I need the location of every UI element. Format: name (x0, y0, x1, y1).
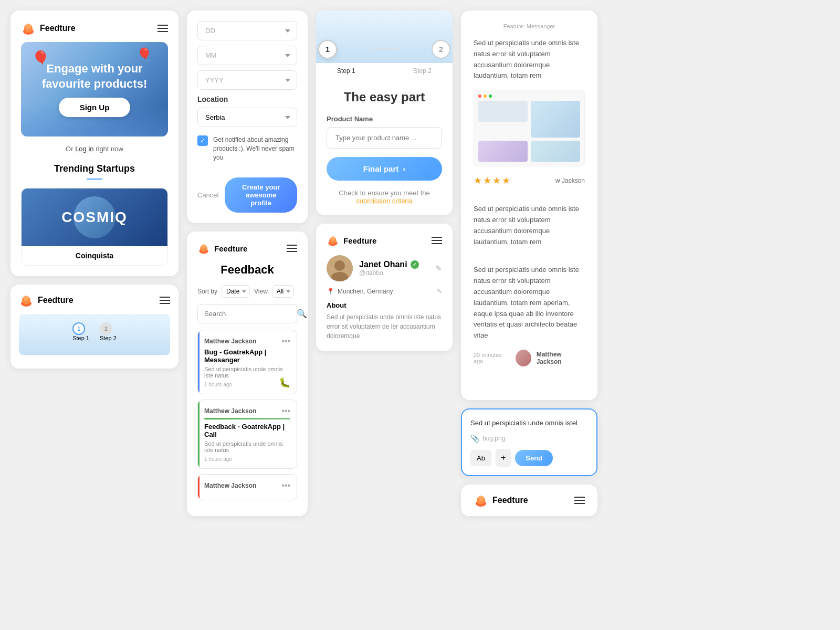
feedback-menu-2[interactable]: ••• (281, 406, 290, 416)
feedback-item-1: Matthew Jackson ••• Bug - GoatrekApp | M… (197, 330, 297, 394)
view-select[interactable]: All (272, 285, 294, 298)
mockup-content (478, 101, 580, 162)
location-text: Munchen, Germany (338, 288, 393, 295)
feedture-logo-profile: Feedture (327, 234, 376, 247)
column-3: 1 2 Step 1 Step 2 (316, 10, 453, 516)
svg-point-13 (334, 260, 345, 271)
reviewer-full-name: Matthew Jackson (537, 351, 585, 365)
star-rating: ★★★★ (474, 175, 511, 186)
feedture-logo-bottom: Feedture (474, 493, 528, 508)
step-connector (369, 49, 400, 50)
step-wizard-card: 1 2 Step 1 Step 2 (316, 10, 453, 215)
mobile-app-card-1: Feedture 🎈 🎈 Engage with your favourite … (10, 10, 178, 276)
feedture-logo-feedback: Feedture (197, 242, 247, 255)
dd-select[interactable]: DD (197, 21, 297, 40)
profile-user-row: Janet Ohani ✓ @dabbo. ✎ (327, 255, 442, 281)
create-profile-button[interactable]: Create your awesome profile (225, 177, 297, 213)
bug-icon: 🐛 (279, 377, 290, 388)
attachment-filename: bug.png (482, 435, 505, 442)
browser-bar (478, 94, 580, 98)
signup-button[interactable]: Sign Up (59, 98, 131, 117)
login-link[interactable]: Log in (75, 145, 93, 153)
feedture-logo-1: Feedture (21, 21, 76, 36)
yyyy-select[interactable]: YYYY (197, 70, 297, 90)
startup-image: COSMIQ (22, 188, 167, 246)
mobile-app-card-2: Feedture 1 Step 1 2 (10, 285, 178, 369)
hamburger-menu-profile[interactable] (432, 237, 442, 244)
sort-select[interactable]: Date (222, 285, 250, 298)
edit-icon[interactable]: ✎ (436, 264, 442, 272)
balloon-2-icon: 🎈 (136, 47, 152, 62)
reviewer-avatar (516, 350, 531, 366)
step-mini-hero: 1 Step 1 2 Step 2 (19, 314, 170, 355)
feedback-item-title-2: Feedback - GoatrekApp | Call (204, 423, 290, 438)
final-part-button[interactable]: Final part › (327, 157, 442, 181)
reviews-panel: Feature: Messanger Sed ut perspiciatis u… (461, 10, 597, 400)
checkbox[interactable]: ✓ (197, 135, 208, 146)
feedture-logo-text-2: Feedture (38, 296, 74, 305)
review-long: Sed ut perspiciatis unde omnis iste natu… (474, 265, 585, 341)
bottom-bar: Feedture (461, 485, 597, 516)
add-button[interactable]: + (496, 449, 511, 467)
hamburger-menu-1[interactable] (158, 25, 168, 32)
step-card-body: The easy part Product Name Final part › … (316, 79, 453, 215)
user-handle: @dabbo. (359, 269, 429, 277)
location-label: Location (197, 95, 297, 103)
login-text: Or Log in right now (21, 145, 168, 153)
svg-point-11 (331, 236, 335, 241)
search-input[interactable] (204, 310, 292, 318)
feedture-logo-icon-feedback (197, 242, 210, 255)
profile-logo-row: Feedture (327, 234, 442, 247)
cancel-button[interactable]: Cancel (197, 191, 218, 199)
send-button[interactable]: Send (515, 450, 553, 466)
column-2: DD MM YYYY Location Serbia ✓ Get notifie… (187, 10, 308, 516)
step-2-label: Step 2 (413, 67, 432, 75)
page-container: Feedture 🎈 🎈 Engage with your favourite … (10, 10, 830, 516)
step-indicator-mini: 1 Step 1 2 Step 2 (27, 322, 162, 341)
svg-point-17 (478, 496, 484, 501)
avatar-image (327, 255, 353, 281)
user-info: Janet Ohani ✓ @dabbo. (359, 260, 429, 277)
reviewer-name-1: w Jackson (555, 177, 585, 184)
step-1-label: Step 1 (337, 67, 355, 75)
divider-2 (474, 256, 585, 256)
location-pin-icon: 📍 (327, 288, 334, 295)
hamburger-menu-feedback[interactable] (287, 245, 297, 252)
review-time-row: 20 minutes ago Matthew Jackson (474, 350, 585, 366)
hamburger-menu-bottom[interactable] (574, 497, 585, 504)
sort-row: Sort by Date View All (197, 285, 297, 298)
edit-location-icon[interactable]: ✎ (437, 288, 442, 295)
product-name-input[interactable] (327, 127, 442, 149)
step-hero: 1 2 (316, 10, 453, 63)
feedback-item-time-1: 1 hours ago (204, 382, 290, 387)
view-label: View (254, 288, 268, 295)
review-desc-2: Sed ut perspiciatis unde omnis iste natu… (474, 204, 585, 247)
chat-message: Sed ut perspiciatis unde omnis istel (470, 418, 588, 428)
feedback-menu-3[interactable]: ••• (281, 481, 290, 490)
submission-link[interactable]: submission criteria (356, 197, 413, 205)
feedback-title: Feedback (197, 263, 297, 277)
step-labels-row: Step 1 Step 2 (316, 63, 453, 79)
format-button-ab[interactable]: Ab (470, 450, 491, 466)
mm-select[interactable]: MM (197, 46, 297, 65)
feedture-logo-2: Feedture (19, 293, 74, 308)
mockup-block-3 (478, 141, 528, 162)
feedback-menu-1[interactable]: ••• (281, 337, 290, 346)
user-name: Janet Ohani ✓ (359, 260, 429, 269)
hamburger-menu-2[interactable] (160, 297, 170, 304)
feedback-green-bar (204, 418, 290, 419)
feedture-logo-icon-2 (19, 293, 34, 308)
step-2-circle-mini: 2 (100, 322, 112, 335)
search-box: 🔍 (197, 304, 297, 323)
search-icon[interactable]: 🔍 (297, 309, 307, 319)
profile-card: Feedture Janet Ohani ✓ (316, 224, 453, 351)
location-select[interactable]: Serbia (197, 108, 297, 127)
form-actions: Cancel Create your awesome profile (197, 177, 297, 213)
feedback-item-3: Matthew Jackson ••• (197, 474, 297, 500)
checkbox-text: Get notified about amazing products :). … (213, 135, 297, 162)
trending-divider (87, 178, 102, 180)
mockup-block-4 (531, 141, 580, 162)
feedture-logo-text-profile: Feedture (343, 236, 376, 245)
feedture-logo-text-1: Feedture (40, 24, 76, 33)
sort-by-label: Sort by (197, 288, 217, 295)
